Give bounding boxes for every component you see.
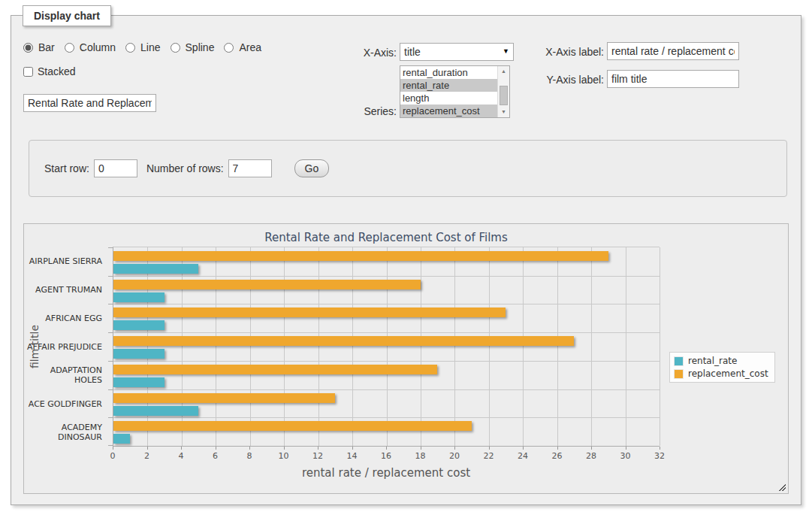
replacement_cost-bar[interactable]	[113, 280, 421, 289]
row-controls-panel: Start row: Number of rows: Go	[29, 140, 787, 197]
go-button[interactable]: Go	[294, 159, 330, 177]
x-tick-label: 16	[381, 451, 391, 461]
number-of-rows-label: Number of rows:	[146, 162, 224, 174]
scrollbar-down-icon[interactable]: ▼	[498, 107, 509, 117]
category-label: ACE GOLDFINGER	[24, 389, 108, 418]
y-tick-mark	[108, 445, 113, 446]
number-of-rows-input[interactable]	[228, 159, 272, 177]
category-row	[113, 247, 660, 276]
x-tick-mark	[113, 447, 113, 450]
series-option-length[interactable]: length	[400, 92, 497, 105]
chart-title-input[interactable]	[23, 94, 156, 112]
x-tick-label: 18	[415, 451, 426, 461]
category-row	[113, 389, 660, 418]
rental_rate-bar[interactable]	[113, 264, 198, 274]
y-tick-mark	[108, 389, 113, 390]
x-tick-mark	[147, 447, 148, 450]
y-axis-label-label: Y-Axis label:	[521, 74, 604, 86]
rental_rate-bar[interactable]	[113, 349, 165, 359]
replacement_cost-bar[interactable]	[113, 393, 335, 403]
y-tick-mark	[108, 417, 113, 418]
chart-legend: rental_ratereplacement_cost	[669, 352, 775, 383]
y-tick-mark	[108, 332, 113, 333]
chart-type-radio-spline[interactable]	[171, 43, 180, 53]
category-row	[113, 417, 660, 446]
legend-label: replacement_cost	[688, 368, 768, 379]
category-label: AGENT TRUMAN	[24, 275, 108, 304]
gridline	[660, 247, 660, 446]
chart-type-radio-area[interactable]	[224, 43, 234, 53]
category-label: ACADEMY DINOSAUR	[24, 418, 108, 447]
chart-x-ticks: 02468101214161820222426283032	[113, 447, 660, 462]
x-tick-label: 30	[620, 451, 631, 461]
x-tick-label: 22	[484, 451, 494, 461]
chart-type-radio-line[interactable]	[125, 43, 135, 53]
replacement_cost-bar[interactable]	[113, 421, 472, 431]
replacement_cost-bar[interactable]	[113, 336, 574, 346]
y-axis-label-input[interactable]	[607, 70, 739, 88]
start-row-label: Start row:	[44, 162, 89, 174]
x-tick-mark	[454, 447, 455, 450]
x-axis-label-label: X-Axis label:	[521, 46, 604, 58]
series-listbox[interactable]: rental_durationrental_ratelengthreplacem…	[400, 65, 510, 118]
series-option-replacement_cost[interactable]: replacement_cost	[400, 105, 497, 117]
series-options: rental_durationrental_ratelengthreplacem…	[400, 66, 497, 117]
replacement_cost-bar[interactable]	[113, 308, 506, 317]
series-option-rental_rate[interactable]: rental_rate	[400, 79, 497, 92]
x-tick-mark	[626, 447, 626, 450]
chart-type-radio-bar[interactable]	[23, 43, 33, 53]
display-chart-fieldset: Display chart BarColumnLineSplineArea St…	[11, 15, 801, 505]
start-row-input[interactable]	[94, 159, 137, 177]
category-label: AFFAIR PREJUDICE	[24, 332, 108, 361]
x-tick-mark	[181, 447, 182, 450]
series-option-rental_duration[interactable]: rental_duration	[400, 66, 497, 79]
x-tick-mark	[523, 447, 524, 450]
chart-type-radio-column[interactable]	[65, 43, 74, 53]
x-tick-mark	[557, 447, 558, 450]
replacement_cost-bar[interactable]	[113, 251, 608, 261]
replacement_cost-bar[interactable]	[113, 365, 437, 374]
chart-x-axis-title: rental rate / replacement cost	[113, 466, 660, 480]
x-tick-label: 0	[110, 451, 116, 461]
x-tick-mark	[660, 447, 660, 450]
x-axis-select-label: X-Axis:	[321, 47, 397, 59]
rental_rate-bar[interactable]	[113, 377, 165, 387]
x-axis-select[interactable]: title	[400, 43, 514, 61]
x-tick-mark	[216, 447, 216, 450]
rental_rate-bar[interactable]	[113, 292, 165, 302]
legend-item-rental_rate[interactable]: rental_rate	[674, 356, 768, 366]
category-label: AIRPLANE SIERRA	[24, 247, 108, 275]
x-tick-label: 32	[654, 451, 665, 461]
stacked-row: Stacked	[23, 65, 76, 77]
rental_rate-bar[interactable]	[113, 406, 198, 416]
series-list-label: Series:	[321, 105, 397, 117]
legend-swatch-icon	[674, 356, 684, 366]
x-tick-label: 24	[518, 451, 528, 461]
chart-title: Rental Rate and Replacement Cost of Film…	[113, 231, 660, 244]
category-row	[113, 304, 660, 332]
rental_rate-bar[interactable]	[113, 434, 130, 444]
chart-category-labels: AIRPLANE SIERRAAGENT TRUMANAFRICAN EGGAF…	[24, 247, 108, 447]
category-label: AFRICAN EGG	[24, 304, 108, 332]
x-tick-mark	[352, 447, 353, 450]
legend-item-replacement_cost[interactable]: replacement_cost	[674, 368, 768, 379]
resize-grip-icon[interactable]	[777, 483, 786, 491]
x-tick-label: 20	[449, 451, 460, 461]
y-tick-mark	[108, 361, 113, 362]
category-row	[113, 276, 660, 304]
x-tick-mark	[591, 447, 592, 450]
series-scrollbar[interactable]: ▲ ▼	[497, 66, 509, 117]
rental_rate-bar[interactable]	[113, 320, 165, 330]
x-tick-mark	[318, 447, 318, 450]
x-axis-label-input[interactable]	[607, 42, 739, 60]
x-tick-mark	[284, 447, 285, 450]
scrollbar-up-icon[interactable]: ▲	[498, 66, 509, 77]
chart-type-label-area: Area	[239, 41, 261, 53]
stacked-checkbox[interactable]	[23, 67, 33, 77]
scrollbar-thumb[interactable]	[500, 86, 508, 105]
chart-type-label-column: Column	[80, 41, 116, 53]
x-tick-mark	[489, 447, 490, 450]
category-label: ADAPTATION HOLES	[24, 361, 108, 389]
chart-type-label-bar: Bar	[38, 41, 55, 53]
x-tick-label: 6	[213, 451, 218, 461]
